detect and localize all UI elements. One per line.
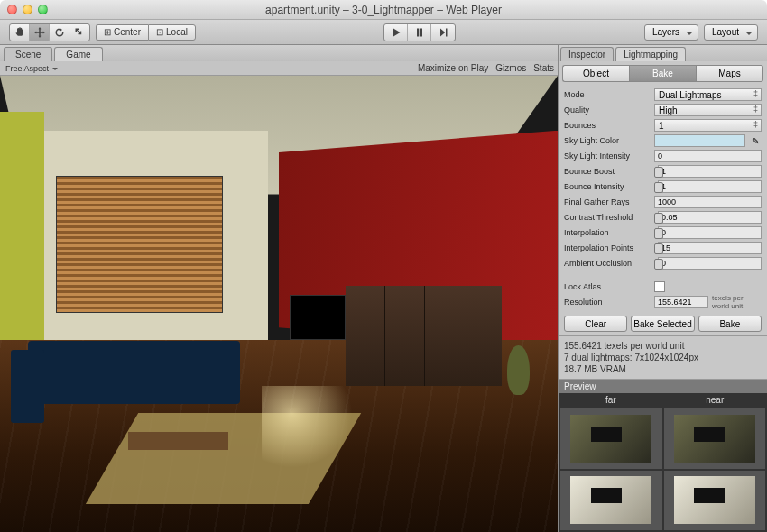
toolbar-right: Layers Layout	[644, 24, 758, 41]
lightmap-thumb-near-1[interactable]	[664, 471, 766, 531]
window-title: apartment.unity – 3-0_Lightmapper – Web …	[0, 4, 767, 16]
bounce-boost-input[interactable]	[658, 165, 762, 178]
local-icon: ⊡	[156, 27, 163, 37]
contrast-label: Contrast Threshold	[564, 213, 654, 222]
toolbar: ⊞Center ⊡Local Layers Layout	[0, 20, 767, 45]
bounce-boost-label: Bounce Boost	[564, 167, 654, 176]
pause-button[interactable]	[408, 24, 431, 41]
lightmap-thumb-far-1[interactable]	[560, 471, 662, 531]
move-tool-icon[interactable]	[30, 24, 50, 41]
eyedropper-icon[interactable]: ✎	[749, 134, 762, 147]
center-icon: ⊞	[104, 27, 111, 37]
rotate-tool-icon[interactable]	[50, 24, 69, 41]
lock-atlas-checkbox[interactable]	[654, 281, 665, 292]
window-titlebar: apartment.unity – 3-0_Lightmapper – Web …	[0, 0, 767, 20]
step-button[interactable]	[431, 24, 455, 41]
stats-toggle[interactable]: Stats	[533, 63, 554, 73]
mode-label: Mode	[564, 90, 654, 99]
bounces-label: Bounces	[564, 121, 654, 130]
quality-dropdown[interactable]: High	[654, 104, 762, 116]
inspector-panel: Inspector Lightmapping Object Bake Maps …	[558, 45, 767, 532]
pivot-center-button[interactable]: ⊞Center	[96, 24, 148, 41]
ao-input[interactable]	[658, 257, 762, 270]
tab-scene[interactable]: Scene	[4, 47, 52, 61]
zoom-window-icon[interactable]	[38, 5, 48, 14]
bounces-dropdown[interactable]: 1	[654, 119, 762, 132]
pivot-local-button[interactable]: ⊡Local	[148, 24, 196, 41]
resolution-label: Resolution	[564, 298, 654, 307]
tab-game[interactable]: Game	[54, 47, 102, 61]
final-gather-label: Final Gather Rays	[564, 197, 654, 206]
aspect-dropdown[interactable]: Free Aspect	[4, 64, 60, 73]
gizmos-toggle[interactable]: Gizmos	[495, 63, 526, 73]
skylight-intensity-input[interactable]	[654, 150, 762, 162]
bounce-intensity-input[interactable]	[658, 180, 762, 193]
transform-tools	[9, 23, 90, 41]
preview-area: far near	[559, 393, 767, 532]
bake-properties: ModeDual Lightmaps QualityHigh Bounces1 …	[559, 86, 767, 312]
tab-lightmapping[interactable]: Lightmapping	[615, 47, 686, 61]
bake-selected-button[interactable]: Bake Selected	[631, 316, 694, 332]
scale-tool-icon[interactable]	[69, 24, 89, 41]
resolution-input[interactable]	[654, 296, 708, 308]
interp-points-input[interactable]	[658, 242, 762, 254]
skylight-color-label: Sky Light Color	[564, 136, 654, 145]
pivot-controls: ⊞Center ⊡Local	[96, 24, 196, 41]
mode-dropdown[interactable]: Dual Lightmaps	[654, 88, 762, 101]
preview-header: Preview	[559, 380, 767, 393]
lock-atlas-label: Lock Atlas	[564, 282, 654, 291]
game-render	[0, 76, 558, 532]
preview-far-label: far	[559, 393, 663, 407]
bounce-intensity-label: Bounce Intensity	[564, 182, 654, 191]
interpolation-label: Interpolation	[564, 228, 654, 237]
interpolation-input[interactable]	[658, 226, 762, 239]
inspector-tabbar: Inspector Lightmapping	[559, 45, 767, 61]
hand-tool-icon[interactable]	[10, 24, 30, 41]
tab-inspector[interactable]: Inspector	[560, 47, 614, 61]
minimize-window-icon[interactable]	[23, 5, 32, 14]
lightmapping-subtabs: Object Bake Maps	[562, 65, 763, 82]
maximize-on-play-toggle[interactable]: Maximize on Play	[418, 63, 488, 73]
layout-dropdown[interactable]: Layout	[704, 24, 758, 41]
ao-label: Ambient Occlusion	[564, 259, 654, 268]
subtab-object[interactable]: Object	[562, 65, 629, 82]
lightmap-stats: 155.6421 texels per world unit 7 dual li…	[559, 335, 767, 380]
contrast-input[interactable]	[658, 211, 762, 224]
final-gather-input[interactable]	[654, 196, 762, 208]
subtab-maps[interactable]: Maps	[697, 65, 763, 82]
game-view-bar: Free Aspect Maximize on Play Gizmos Stat…	[0, 61, 558, 76]
lightmap-thumb-far-0[interactable]	[560, 408, 662, 469]
bake-actions: Clear Bake Selected Bake	[559, 312, 767, 335]
viewport-pane: Scene Game Free Aspect Maximize on Play …	[0, 45, 558, 532]
play-button[interactable]	[384, 24, 408, 41]
layers-dropdown[interactable]: Layers	[644, 24, 698, 41]
preview-near-label: near	[663, 393, 768, 407]
interp-points-label: Interpolation Points	[564, 243, 654, 252]
stats-line1: 155.6421 texels per world unit	[564, 340, 762, 352]
viewport-tabbar: Scene Game	[0, 45, 558, 61]
subtab-bake[interactable]: Bake	[629, 65, 697, 82]
clear-button[interactable]: Clear	[564, 316, 627, 332]
bake-button[interactable]: Bake	[698, 316, 762, 332]
skylight-color-field[interactable]	[654, 134, 745, 147]
close-window-icon[interactable]	[7, 5, 17, 14]
lightmap-thumb-near-0[interactable]	[664, 408, 766, 469]
stats-line2: 7 dual lightmaps: 7x1024x1024px	[564, 352, 762, 363]
traffic-lights	[7, 5, 48, 14]
quality-label: Quality	[564, 105, 654, 115]
playback-controls	[384, 23, 456, 41]
resolution-unit: texels per world unit	[712, 294, 762, 310]
stats-line3: 18.7 MB VRAM	[564, 363, 762, 375]
skylight-intensity-label: Sky Light Intensity	[564, 151, 654, 161]
